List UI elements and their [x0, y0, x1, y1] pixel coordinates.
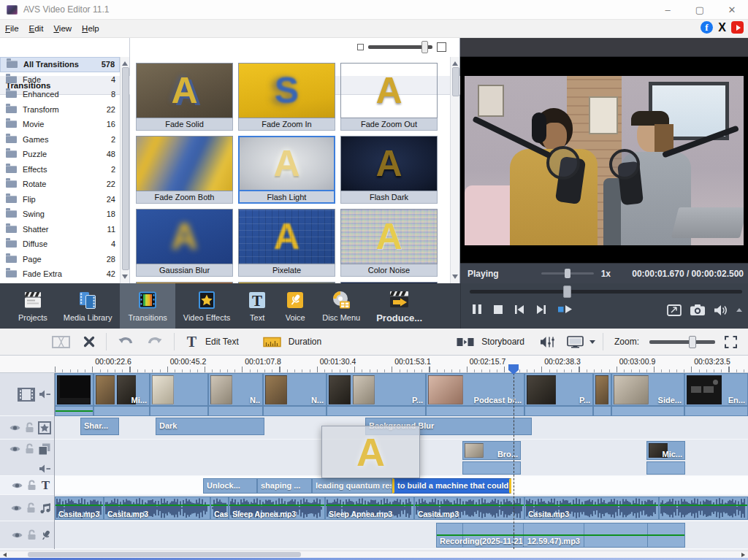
- scroll-right-icon[interactable]: [741, 553, 745, 557]
- text-clip[interactable]: to build a machine that could redefine r…: [392, 478, 511, 494]
- speaker-mute-icon[interactable]: [39, 464, 51, 473]
- nav-tab-transitions[interactable]: Transitions: [120, 283, 175, 329]
- duration-label[interactable]: Duration: [289, 337, 321, 347]
- previous-frame-button[interactable]: [514, 304, 525, 315]
- lock-icon[interactable]: [25, 422, 34, 433]
- transition-tile[interactable]: AColor Noise: [340, 209, 438, 277]
- small-size-icon[interactable]: [357, 44, 364, 50]
- sidebar-category[interactable]: Diffuse4: [0, 237, 120, 252]
- transition-tile[interactable]: APixelate: [238, 209, 335, 277]
- video-audio-strip[interactable]: [55, 406, 94, 416]
- menu-help[interactable]: Help: [77, 22, 104, 35]
- lock-icon[interactable]: [25, 443, 34, 454]
- video-audio-strip[interactable]: [611, 406, 684, 416]
- transition-tile[interactable]: AFlash Dark: [340, 136, 438, 204]
- text-track-icon[interactable]: T: [40, 479, 51, 491]
- video-audio-strip[interactable]: [150, 406, 208, 416]
- audio-clip[interactable]: Casita.mp3: [104, 496, 210, 520]
- video-clip[interactable]: P...: [524, 373, 593, 406]
- seek-bar[interactable]: [470, 290, 742, 294]
- audio-clip[interactable]: Casita.mp3: [414, 496, 524, 520]
- scroll-left-icon[interactable]: [3, 553, 7, 557]
- lock-icon[interactable]: [27, 480, 37, 491]
- music-note-icon[interactable]: [39, 502, 51, 514]
- x-icon[interactable]: X: [716, 21, 728, 34]
- video-clip[interactable]: [55, 373, 94, 406]
- edit-text-icon[interactable]: T: [182, 335, 202, 349]
- lock-icon[interactable]: [26, 502, 36, 513]
- audio-clip[interactable]: Casita.mp3: [524, 496, 659, 520]
- playhead-line[interactable]: [514, 373, 514, 549]
- overlay-clip[interactable]: Mic...: [646, 441, 685, 460]
- minimize-button[interactable]: –: [652, 0, 684, 20]
- nav-tab-text[interactable]: TText: [238, 283, 276, 329]
- edit-text-label[interactable]: Edit Text: [205, 337, 239, 347]
- video-clip[interactable]: N..: [208, 373, 263, 406]
- video-clip[interactable]: Podcast br...: [426, 373, 524, 406]
- sidebar-category[interactable]: Movie16: [0, 117, 120, 132]
- audio-clip[interactable]: [659, 496, 748, 520]
- fit-timeline-icon[interactable]: [721, 336, 741, 348]
- transition-tile[interactable]: AFlash Light: [238, 136, 335, 204]
- eye-icon[interactable]: [11, 481, 23, 490]
- video-audio-strip[interactable]: [327, 406, 426, 416]
- eye-icon[interactable]: [9, 445, 21, 453]
- overlay-audio-strip[interactable]: [462, 461, 521, 475]
- transition-tile[interactable]: AFade Solid: [136, 63, 233, 131]
- video-audio-strip[interactable]: [684, 406, 748, 416]
- sidebar-category[interactable]: Enhanced8: [0, 87, 120, 102]
- sidebar-category[interactable]: Puzzle48: [0, 147, 120, 162]
- play-segment-button[interactable]: [557, 304, 573, 315]
- audio-clip[interactable]: Sleep Apnea.mp3: [229, 496, 325, 520]
- audio-clip[interactable]: Casit...: [210, 496, 229, 520]
- lock-icon[interactable]: [27, 529, 37, 540]
- nav-tab-media-library[interactable]: Media Library: [56, 283, 121, 329]
- microphone-icon[interactable]: [40, 529, 51, 541]
- thumbnail-size-slider[interactable]: [357, 42, 446, 52]
- transition-tile[interactable]: AGaussian Blur: [136, 209, 233, 277]
- star-film-icon[interactable]: [38, 421, 51, 434]
- scroll-up-icon[interactable]: [452, 59, 458, 66]
- sidebar-category[interactable]: Flip24: [0, 192, 120, 207]
- size-slider-handle[interactable]: [421, 41, 428, 53]
- audio-clip[interactable]: Sleep Apnea.mp3: [325, 496, 414, 520]
- sidebar-category[interactable]: Games2: [0, 132, 120, 147]
- seek-handle[interactable]: [563, 285, 571, 298]
- scrollbar-thumb[interactable]: [452, 67, 459, 96]
- overlay-clip[interactable]: Bro...: [462, 441, 521, 460]
- menu-file[interactable]: File: [0, 22, 24, 35]
- large-size-icon[interactable]: [437, 42, 446, 52]
- text-clip[interactable]: Unlock...: [203, 478, 257, 494]
- next-frame-button[interactable]: [535, 304, 547, 315]
- video-audio-strip[interactable]: [524, 406, 593, 416]
- sidebar-category[interactable]: Swing18: [0, 207, 120, 222]
- nav-tab-projects[interactable]: Projects: [10, 283, 56, 329]
- sidebar-category[interactable]: Rotate22: [0, 177, 120, 192]
- redo-icon[interactable]: [142, 336, 167, 348]
- video-audio-strip[interactable]: [593, 406, 611, 416]
- scrollbar-thumb[interactable]: [122, 67, 129, 270]
- sidebar-scrollbar[interactable]: [120, 57, 129, 283]
- maximize-button[interactable]: ▢: [684, 0, 716, 20]
- timeline-zoom-slider[interactable]: [649, 340, 715, 344]
- duration-icon[interactable]: [259, 336, 285, 348]
- sidebar-category[interactable]: Transform22: [0, 102, 120, 118]
- menu-edit[interactable]: Edit: [24, 22, 49, 35]
- youtube-icon[interactable]: [731, 21, 744, 34]
- overlay-audio-strip[interactable]: [646, 461, 685, 475]
- sidebar-category[interactable]: Fade4: [0, 72, 120, 88]
- nav-tab-video-effects[interactable]: Video Effects: [175, 283, 238, 329]
- effect-clip[interactable]: Shar...: [80, 418, 119, 435]
- video-clip[interactable]: [593, 373, 611, 406]
- delete-icon[interactable]: [80, 336, 99, 348]
- video-clip[interactable]: [150, 373, 208, 406]
- effect-clip[interactable]: Dark: [156, 418, 264, 435]
- facebook-icon[interactable]: f: [701, 21, 713, 34]
- close-button[interactable]: ✕: [716, 0, 748, 20]
- sidebar-category[interactable]: Effects2: [0, 162, 120, 177]
- nav-tab-produce[interactable]: Produce...: [368, 283, 430, 329]
- video-audio-strip[interactable]: [263, 406, 327, 416]
- video-clip[interactable]: Side...: [611, 373, 684, 406]
- sidebar-category[interactable]: Page28: [0, 252, 120, 267]
- stop-button[interactable]: [493, 304, 503, 315]
